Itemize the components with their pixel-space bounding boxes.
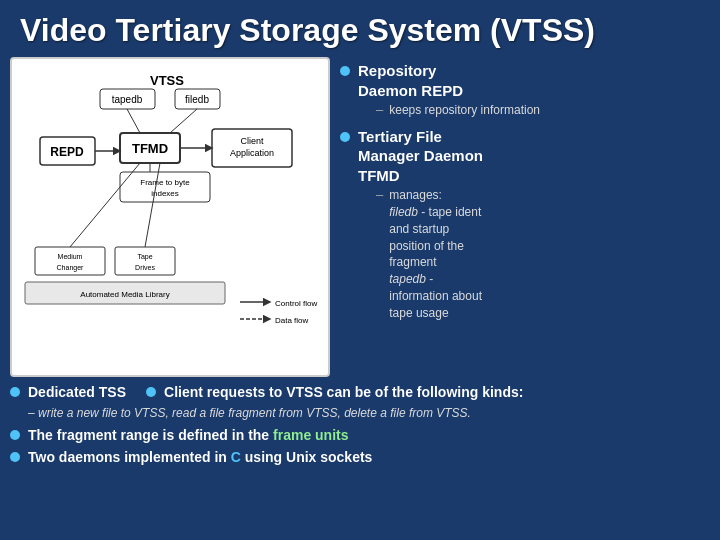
fragment-range-bullet: The fragment range is defined in the fra… <box>10 426 710 444</box>
dedicated-tss-bullet: Dedicated TSS <box>10 383 126 401</box>
svg-line-32 <box>70 163 140 247</box>
bottom-section: Dedicated TSS Client requests to VTSS ca… <box>0 377 720 466</box>
svg-text:Frame to byte: Frame to byte <box>140 178 190 187</box>
client-dot <box>146 387 156 397</box>
fragment-text: The fragment range is defined in the fra… <box>28 426 349 444</box>
two-daemons-bullet: Two daemons implemented in C using Unix … <box>10 448 710 466</box>
svg-text:Client: Client <box>240 136 264 146</box>
bottom-sub-text: – write a new file to VTSS, read a file … <box>10 405 710 422</box>
repd-bullet: RepositoryDaemon REPD – keeps repository… <box>340 61 710 119</box>
repd-label: RepositoryDaemon REPD <box>358 61 540 100</box>
svg-line-14 <box>127 109 140 133</box>
daemons-text: Two daemons implemented in C using Unix … <box>28 448 372 466</box>
repd-dash: – <box>376 102 383 119</box>
svg-text:Control flow: Control flow <box>275 299 317 308</box>
daemons-dot <box>10 452 20 462</box>
svg-text:Data flow: Data flow <box>275 316 309 325</box>
tfmd-label: Tertiary FileManager DaemonTFMD <box>358 127 483 186</box>
tfmd-bullet: Tertiary FileManager DaemonTFMD – manage… <box>340 127 710 322</box>
right-panel: RepositoryDaemon REPD – keeps repository… <box>340 57 710 377</box>
tfmd-sub: manages:filedb - tape identand startuppo… <box>389 187 482 321</box>
client-text: Client requests to VTSS can be of the fo… <box>164 383 523 401</box>
svg-text:Medium: Medium <box>58 253 83 260</box>
repd-sub: keeps repository information <box>389 102 540 119</box>
diagram-box: VTSS tapedb filedb REPD TFMD Client Appl… <box>10 57 330 377</box>
svg-line-15 <box>170 109 197 133</box>
svg-text:VTSS: VTSS <box>150 73 184 88</box>
client-requests-bullet: Client requests to VTSS can be of the fo… <box>146 383 523 401</box>
tfmd-dot <box>340 132 350 142</box>
tfmd-dash: – <box>376 187 383 321</box>
svg-text:TFMD: TFMD <box>132 141 168 156</box>
svg-text:Drives: Drives <box>135 264 155 271</box>
dedicated-dot <box>10 387 20 397</box>
page-title: Video Tertiary Storage System (VTSS) <box>0 0 720 57</box>
vtss-diagram: VTSS tapedb filedb REPD TFMD Client Appl… <box>20 67 320 357</box>
svg-text:Application: Application <box>230 148 274 158</box>
repd-dot <box>340 66 350 76</box>
svg-text:Changer: Changer <box>57 264 85 272</box>
svg-text:tapedb: tapedb <box>112 94 143 105</box>
svg-text:Tape: Tape <box>137 253 152 261</box>
svg-text:filedb: filedb <box>185 94 209 105</box>
dedicated-text: Dedicated TSS <box>28 383 126 401</box>
fragment-dot <box>10 430 20 440</box>
svg-text:Automated Media Library: Automated Media Library <box>80 290 169 299</box>
svg-text:REPD: REPD <box>50 145 84 159</box>
